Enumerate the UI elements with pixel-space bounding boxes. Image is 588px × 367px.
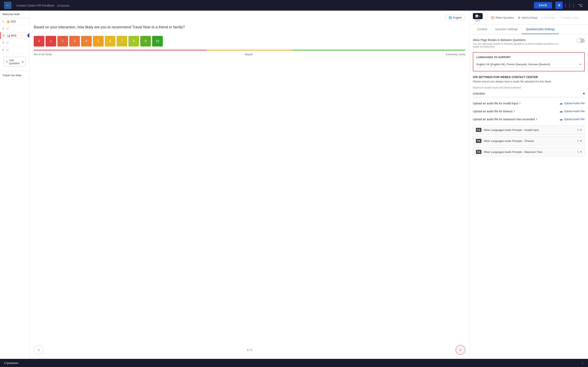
upload-invalid-row: Upload an audio file for invalid input ℹ…: [473, 101, 585, 105]
nps-gradient-bar: [34, 50, 465, 50]
q4-icon: ⊞: [6, 41, 9, 44]
save-button[interactable]: SAVE: [534, 2, 552, 8]
chevron-down-icon-3: ▾: [580, 150, 582, 154]
page-breaks-toggle[interactable]: [577, 38, 585, 43]
nps-box-7[interactable]: 7: [117, 36, 127, 47]
nps-label: NPS: [473, 20, 483, 22]
languages-title: LANGUAGES TO SUPPORT: [476, 56, 581, 59]
info-icon-invalid: ℹ: [519, 102, 520, 105]
toggle-knob: [577, 39, 581, 42]
q5-icon: ⊞: [6, 48, 9, 52]
upload-icon-2: ☁: [559, 109, 563, 113]
tab-content[interactable]: Content: [473, 25, 491, 34]
nps-box-6[interactable]: 6: [105, 36, 115, 47]
question-text: Based on your interaction, how likely ar…: [34, 25, 465, 30]
nps-sidebar-icon: 📊: [7, 34, 10, 37]
nps-labels: Not at all Likely Maybe Extremely Likely: [34, 53, 465, 56]
tab-question-settings[interactable]: Question Settings: [491, 25, 522, 34]
nps-box-9[interactable]: 9: [140, 36, 151, 47]
ivr-settings-section: IVR SETTINGS FOR WEBEX CONTACT CENTER Pl…: [473, 75, 585, 157]
languages-select[interactable]: English UK (English UK), French (françai…: [476, 61, 581, 68]
collapsible-timeout[interactable]: Aあ Other Languages Audio Prompts - Timeo…: [473, 136, 585, 146]
lang-icon-3: Aあ: [476, 150, 481, 154]
sidebar-divider: [0, 71, 29, 71]
translate-icon: 🌐: [449, 16, 452, 19]
lang-icon-2: Aあ: [476, 139, 481, 143]
nps-box-5[interactable]: 5: [93, 36, 104, 47]
max-invalid-label: Maximum invalid inputs and timeout allow…: [473, 86, 585, 89]
toolbar: 📊 ▾ NPS 🚫 Retire Question ⊞ Add to Group…: [470, 11, 588, 25]
chevron-down-icon-2: ▾: [580, 139, 582, 142]
nps-type-button[interactable]: 📊 ▾: [473, 13, 483, 19]
collapsible-invalid-input[interactable]: Aあ Other Languages Audio Prompts - Inval…: [473, 125, 585, 134]
toolbar-separator: [487, 13, 487, 22]
info-icon-timeout: ℹ: [514, 110, 515, 113]
dropdown-arrow-icon: ▾: [583, 92, 585, 95]
right-panel: 📊 ▾ NPS 🚫 Retire Question ⊞ Add to Group…: [470, 11, 588, 359]
tab-questionnaire-settings[interactable]: Questionnaire Settings: [522, 25, 559, 34]
questions-count: 5 Questions: [4, 361, 18, 365]
upload-timeout-row: Upload an audio file for timeout ℹ ☁ Upl…: [473, 109, 585, 113]
language-button[interactable]: 🌐 English: [445, 15, 465, 21]
sidebar-welcome-note[interactable]: Welcome Note: [0, 11, 29, 18]
prev-button[interactable]: ∧: [34, 345, 43, 355]
center-content: 🌐 English Based on your interaction, how…: [30, 11, 470, 359]
sidebar-item-4[interactable]: 4 ⊞: [0, 39, 29, 46]
bottom-bar: 5 Questions ⋮: [0, 359, 588, 367]
sidebar-item-2[interactable]: 2 ⊞: [0, 25, 29, 32]
retire-question-button[interactable]: 🚫 Retire Question: [491, 16, 514, 19]
sidebar-item-5[interactable]: 5 ⊞: [0, 46, 29, 54]
ivr-desc: Please ensure you always have a audio fi…: [473, 80, 585, 83]
nps-scale: 012345678910: [34, 36, 465, 47]
add-between-button[interactable]: +: [27, 33, 30, 38]
nps-box-8[interactable]: 8: [129, 36, 139, 47]
preview-button[interactable]: 🖥: [555, 2, 563, 9]
upload-icon: ☁: [559, 101, 563, 105]
collapsible-max-tries[interactable]: Aあ Other Languages Audio Prompts - Maxim…: [473, 147, 585, 157]
share-button[interactable]: ⌥: [577, 2, 584, 9]
add-to-group-button[interactable]: ⊞ Add to Group: [518, 16, 537, 19]
nps-box-2[interactable]: 2: [57, 36, 68, 47]
next-button[interactable]: ∨: [456, 345, 465, 355]
duplicate-icon: ⎘: [541, 16, 543, 19]
back-button[interactable]: ←: [4, 2, 11, 9]
sidebar-item-ces[interactable]: 1 👍 CES: [0, 18, 29, 25]
settings-button[interactable]: ⋮⋮⋮: [566, 2, 573, 9]
tabs: Content Question Settings Questionnaire …: [470, 25, 588, 34]
nps-box-4[interactable]: 4: [81, 36, 92, 47]
upload-invalid-button[interactable]: ☁ Upload Audio File: [559, 101, 585, 105]
main-layout: Welcome Note 1 👍 CES 2 ⊞ 3 📊 NPS: [0, 11, 588, 359]
upload-max-tries-button[interactable]: ☁ Upload Audio File: [559, 117, 585, 121]
page-title: Contact Center IVR Feedback (Unsaved): [15, 3, 531, 8]
nps-box-1[interactable]: 1: [45, 36, 56, 47]
info-icon-max-tries: ℹ: [536, 118, 537, 121]
logic-icon: ⊹: [559, 16, 562, 19]
header: ← Contact Center IVR Feedback (Unsaved) …: [0, 0, 588, 11]
max-invalid-dropdown[interactable]: Unlimited ▾: [473, 90, 585, 97]
pagination: ∧ 3 / 5 ∨: [34, 341, 465, 355]
group-icon: ⊞: [518, 16, 520, 19]
upload-timeout-button[interactable]: ☁ Upload Audio File: [559, 109, 585, 113]
duplicate-button[interactable]: ⎘ Duplicate: [541, 16, 555, 19]
more-options-button[interactable]: ⋮: [581, 361, 584, 365]
nps-box-3[interactable]: 3: [69, 36, 80, 47]
app-container: ← Contact Center IVR Feedback (Unsaved) …: [0, 0, 588, 367]
page-breaks-setting: Allow Page Breaks In Between Questions Y…: [473, 38, 585, 48]
bar-chart-icon: 📊: [475, 15, 478, 17]
add-question-button[interactable]: + Add Question ▾: [4, 57, 26, 67]
info-icon-collapsible-1[interactable]: ℹ: [578, 128, 579, 132]
retire-icon: 🚫: [491, 16, 494, 19]
sidebar-item-nps[interactable]: 3 📊 NPS +: [0, 32, 29, 39]
info-icon-collapsible-2[interactable]: ℹ: [578, 139, 579, 142]
display-logic-button[interactable]: ⊹ Display Logic: [559, 16, 579, 19]
nps-icon-group: 📊 ▾ NPS: [473, 13, 483, 22]
nps-box-0[interactable]: 0: [34, 36, 44, 47]
dropdown-arrow-icon: ▾: [479, 15, 480, 17]
sidebar: Welcome Note 1 👍 CES 2 ⊞ 3 📊 NPS: [0, 11, 30, 359]
select-arrow-icon: ▾: [580, 63, 581, 66]
sidebar-thank-you-note[interactable]: Thank You Note: [0, 72, 29, 79]
page-breaks-label: Allow Page Breaks In Between Questions: [473, 38, 559, 42]
languages-box: LANGUAGES TO SUPPORT English UK (English…: [473, 52, 585, 71]
info-icon-collapsible-3[interactable]: ℹ: [578, 150, 579, 154]
nps-box-10[interactable]: 10: [152, 36, 163, 47]
